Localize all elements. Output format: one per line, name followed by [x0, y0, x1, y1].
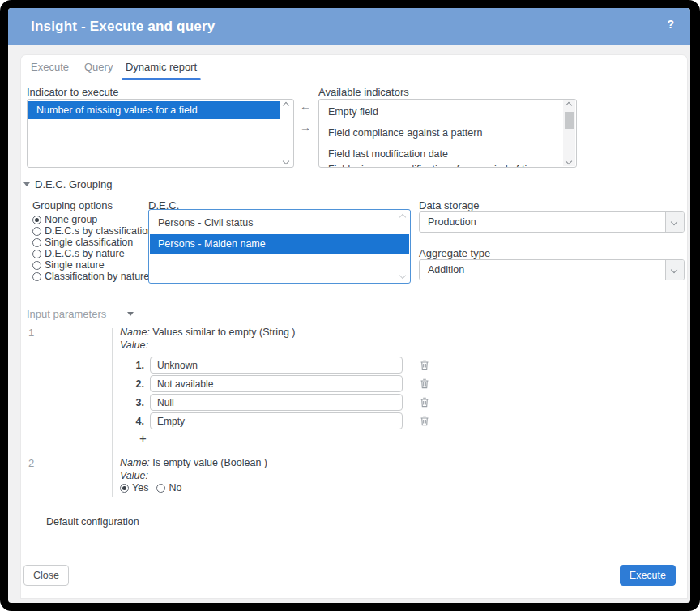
- chevron-down-icon: [671, 219, 677, 225]
- grouping-options-label: Grouping options: [32, 200, 113, 212]
- data-storage-select[interactable]: Production: [419, 212, 685, 233]
- input-parameters-title: Input parameters: [27, 308, 106, 320]
- value-row: 3.: [120, 394, 429, 411]
- aggregate-type-value: Addition: [428, 264, 464, 276]
- execute-button[interactable]: Execute: [620, 565, 676, 586]
- footer-divider: [21, 545, 687, 545]
- value-input[interactable]: [150, 357, 403, 374]
- available-indicators-listbox[interactable]: Empty field Field compliance against a p…: [318, 99, 577, 168]
- value-input[interactable]: [150, 412, 403, 429]
- value-number: 4.: [120, 416, 150, 427]
- list-item[interactable]: Empty field: [320, 104, 562, 120]
- data-storage-value: Production: [428, 216, 476, 228]
- radio-icon[interactable]: [32, 216, 41, 224]
- list-item[interactable]: Field last modification date: [320, 146, 562, 162]
- scrollbar-thumb[interactable]: [565, 112, 574, 129]
- param-name: Is empty value (Boolean ): [150, 457, 267, 468]
- param-value-label: Value:: [120, 469, 148, 482]
- value-input[interactable]: [150, 375, 403, 392]
- collapse-triangle-icon: [127, 312, 134, 316]
- delete-icon[interactable]: [420, 360, 429, 370]
- scroll-down-icon[interactable]: [283, 158, 289, 164]
- dialog-title: Insight - Execute and query: [31, 19, 215, 35]
- radio-icon[interactable]: [32, 238, 41, 247]
- param-value-label: Value:: [120, 339, 148, 352]
- radio-no[interactable]: No: [156, 482, 181, 494]
- help-icon[interactable]: ?: [667, 18, 674, 31]
- tab-dynamic-report[interactable]: Dynamic report: [122, 55, 201, 79]
- available-indicators-label: Available indicators: [318, 87, 409, 98]
- param-name-line: Name: Values similar to empty (String ): [120, 326, 296, 339]
- dec-listbox[interactable]: Persons - Civil status Persons - Maiden …: [148, 209, 411, 284]
- chevron-down-icon: [671, 267, 677, 273]
- boolean-radiogroup: Yes No: [120, 482, 181, 494]
- radio-icon[interactable]: [156, 484, 165, 493]
- data-storage-label: Data storage: [419, 200, 479, 212]
- value-row: 1.: [120, 357, 429, 374]
- dialog-backdrop: Insight - Execute and query ? Execute Qu…: [8, 8, 690, 603]
- input-parameters-header[interactable]: Input parameters: [27, 308, 134, 320]
- tab-execute[interactable]: Execute: [31, 55, 69, 79]
- list-item[interactable]: Field min-max modifications for a period…: [320, 161, 562, 168]
- radio-icon[interactable]: [32, 272, 41, 281]
- radio-yes[interactable]: Yes: [120, 482, 148, 494]
- param-name-line: Name: Is empty value (Boolean ): [120, 456, 267, 469]
- list-item[interactable]: Field compliance against a pattern: [320, 125, 562, 141]
- param-divider: [112, 328, 113, 497]
- dropdown-button[interactable]: [665, 212, 684, 232]
- value-number: 3.: [120, 397, 150, 408]
- radio-single-nature[interactable]: Single nature: [32, 259, 153, 271]
- list-item[interactable]: Persons - Civil status: [150, 213, 396, 233]
- dialog-body: Execute Query Dynamic report Indicator t…: [21, 55, 687, 598]
- radio-none-group[interactable]: None group: [32, 214, 153, 225]
- scrollbar[interactable]: [563, 100, 575, 166]
- list-item[interactable]: Persons - Maiden name: [150, 234, 409, 254]
- radio-single-classification[interactable]: Single classification: [32, 237, 153, 248]
- scrollbar[interactable]: [280, 100, 292, 166]
- value-number: 1.: [120, 360, 150, 371]
- tab-query[interactable]: Query: [84, 55, 113, 79]
- radio-icon[interactable]: [32, 261, 41, 270]
- dec-grouping-header[interactable]: D.E.C. Grouping: [23, 178, 112, 190]
- scroll-up-icon[interactable]: [283, 102, 289, 109]
- value-number: 2.: [120, 378, 150, 390]
- delete-icon[interactable]: [420, 397, 429, 408]
- param-index: 2: [28, 458, 34, 469]
- move-right-arrow[interactable]: →: [300, 122, 311, 133]
- param-index: 1: [28, 327, 34, 339]
- indicator-to-execute-label: Indicator to execute: [27, 87, 118, 98]
- radio-decs-by-classification[interactable]: D.E.C.s by classification: [32, 225, 153, 237]
- indicator-to-execute-listbox[interactable]: Number of missing values for a field: [27, 99, 294, 168]
- radio-icon[interactable]: [120, 484, 129, 493]
- add-value-button[interactable]: +: [139, 433, 147, 444]
- aggregate-type-label: Aggregate type: [419, 248, 490, 259]
- grouping-options-radiogroup: None group D.E.C.s by classification Sin…: [32, 214, 153, 282]
- default-configuration-link[interactable]: Default configuration: [46, 516, 139, 528]
- move-left-arrow[interactable]: ←: [300, 100, 311, 112]
- delete-icon[interactable]: [420, 378, 429, 389]
- dec-grouping-title: D.E.C. Grouping: [35, 178, 112, 190]
- name-label: Name:: [120, 327, 150, 338]
- radio-icon[interactable]: [32, 250, 41, 258]
- param-name: Values similar to empty (String ): [150, 327, 296, 338]
- delete-icon[interactable]: [420, 416, 429, 426]
- screenshot-frame: Insight - Execute and query ? Execute Qu…: [0, 0, 700, 611]
- value-input[interactable]: [150, 394, 403, 411]
- scroll-down-icon[interactable]: [399, 272, 406, 279]
- collapse-triangle-icon: [23, 182, 30, 186]
- aggregate-type-select[interactable]: Addition: [419, 259, 685, 280]
- scrollbar-track[interactable]: [563, 100, 575, 166]
- tab-bar: Execute Query Dynamic report: [21, 55, 687, 79]
- name-label: Name:: [120, 457, 150, 468]
- radio-icon[interactable]: [32, 227, 41, 236]
- close-button[interactable]: Close: [23, 565, 69, 586]
- radio-decs-by-nature[interactable]: D.E.C.s by nature: [32, 248, 153, 259]
- dialog-titlebar: Insight - Execute and query ?: [8, 8, 690, 45]
- scroll-up-icon[interactable]: [399, 214, 406, 220]
- list-item[interactable]: Number of missing values for a field: [28, 101, 280, 119]
- value-row: 4.: [120, 412, 429, 429]
- value-row: 2.: [120, 375, 429, 392]
- radio-classification-by-nature[interactable]: Classification by nature: [32, 271, 153, 282]
- dropdown-button[interactable]: [665, 260, 684, 280]
